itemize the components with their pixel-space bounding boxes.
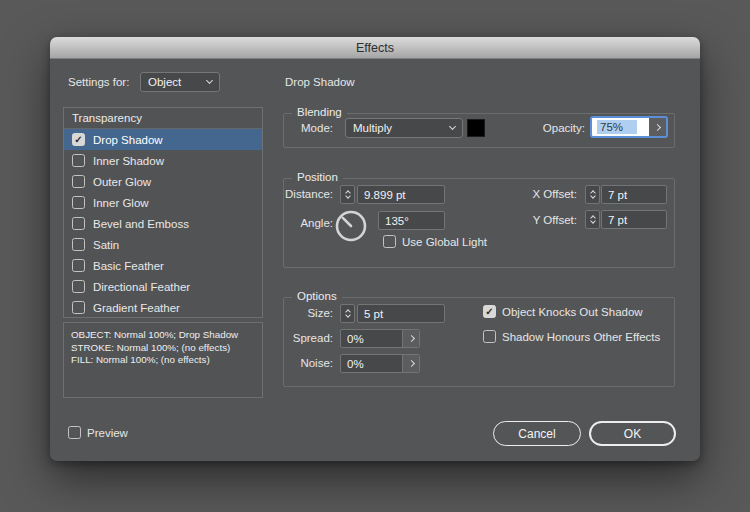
effect-row-bevel-emboss[interactable]: ✓ Bevel and Emboss	[64, 213, 262, 234]
distance-stepper[interactable]	[340, 185, 355, 204]
size-input[interactable]	[357, 304, 445, 323]
inner-glow-checkbox[interactable]: ✓	[72, 196, 85, 209]
knockout-label: Object Knocks Out Shadow	[502, 306, 643, 318]
noise-combo[interactable]: 0%	[340, 354, 420, 373]
stepper-down-icon	[345, 312, 351, 318]
effect-list-panel: Transparency ✓ Drop Shadow ✓ Inner Shado…	[63, 107, 263, 318]
spread-value: 0%	[341, 333, 402, 345]
angle-input[interactable]	[378, 211, 445, 230]
effects-summary-box: OBJECT: Normal 100%; Drop Shadow STROKE:…	[63, 322, 263, 398]
noise-label: Noise:	[263, 357, 333, 369]
chevron-right-icon	[654, 123, 661, 130]
satin-checkbox[interactable]: ✓	[72, 238, 85, 251]
blend-mode-select[interactable]: Multiply	[345, 118, 463, 138]
summary-line-object: OBJECT: Normal 100%; Drop Shadow	[71, 329, 255, 342]
effect-title: Drop Shadow	[285, 76, 355, 88]
effects-dialog: Effects Settings for: Object Drop Shadow…	[50, 37, 700, 461]
stepper-down-icon	[590, 218, 596, 224]
position-legend: Position	[292, 171, 343, 183]
ok-button[interactable]: OK	[589, 421, 676, 446]
chevron-down-icon	[206, 77, 213, 84]
spread-combo[interactable]: 0%	[340, 329, 420, 348]
distance-input[interactable]	[357, 185, 445, 204]
noise-value: 0%	[341, 358, 402, 370]
checkmark-icon: ✓	[485, 307, 493, 317]
noise-dropdown-button[interactable]	[402, 355, 419, 372]
effect-row-label: Inner Glow	[93, 197, 149, 209]
effect-row-basic-feather[interactable]: ✓ Basic Feather	[64, 255, 262, 276]
effect-row-label: Basic Feather	[93, 260, 164, 272]
outer-glow-checkbox[interactable]: ✓	[72, 175, 85, 188]
distance-label: Distance:	[263, 188, 333, 200]
x-offset-input[interactable]	[601, 185, 667, 204]
spread-dropdown-button[interactable]	[402, 330, 419, 347]
effect-row-outer-glow[interactable]: ✓ Outer Glow	[64, 171, 262, 192]
stepper-down-icon	[345, 193, 351, 199]
desktop-background: Effects Settings for: Object Drop Shadow…	[0, 0, 750, 512]
opacity-label: Opacity:	[515, 122, 585, 134]
bevel-emboss-checkbox[interactable]: ✓	[72, 217, 85, 230]
summary-line-stroke: STROKE: Normal 100%; (no effects)	[71, 342, 255, 355]
chevron-right-icon	[407, 335, 414, 342]
checkmark-icon: ✓	[74, 135, 82, 145]
effect-row-gradient-feather[interactable]: ✓ Gradient Feather	[64, 297, 262, 318]
directional-feather-checkbox[interactable]: ✓	[72, 280, 85, 293]
preview-label: Preview	[87, 427, 128, 439]
angle-dial[interactable]	[334, 209, 368, 243]
opacity-dropdown-button[interactable]	[649, 118, 666, 136]
settings-for-label: Settings for:	[68, 76, 129, 88]
settings-for-value: Object	[148, 76, 207, 88]
x-offset-label: X Offset:	[508, 188, 577, 200]
use-global-light-checkbox[interactable]: ✓	[383, 235, 396, 248]
use-global-light-label: Use Global Light	[402, 236, 487, 248]
chevron-down-icon	[449, 123, 456, 130]
spread-label: Spread:	[263, 332, 333, 344]
blend-mode-value: Multiply	[353, 122, 450, 134]
effect-row-satin[interactable]: ✓ Satin	[64, 234, 262, 255]
y-offset-stepper[interactable]	[585, 210, 600, 229]
x-offset-stepper[interactable]	[585, 185, 600, 204]
shadow-color-swatch[interactable]	[467, 119, 485, 137]
opacity-combo[interactable]: 75%	[590, 116, 668, 138]
effect-row-label: Directional Feather	[93, 281, 190, 293]
summary-line-fill: FILL: Normal 100%; (no effects)	[71, 354, 255, 367]
drop-shadow-checkbox[interactable]: ✓	[72, 133, 85, 146]
size-stepper[interactable]	[340, 304, 355, 323]
effect-row-label: Satin	[93, 239, 119, 251]
effect-row-inner-shadow[interactable]: ✓ Inner Shadow	[64, 150, 262, 171]
dialog-title-bar[interactable]: Effects	[50, 37, 700, 59]
y-offset-input[interactable]	[601, 210, 667, 229]
effect-row-directional-feather[interactable]: ✓ Directional Feather	[64, 276, 262, 297]
settings-for-select[interactable]: Object	[140, 72, 220, 92]
gradient-feather-checkbox[interactable]: ✓	[72, 301, 85, 314]
options-legend: Options	[292, 290, 342, 302]
honours-label: Shadow Honours Other Effects	[502, 331, 660, 343]
cancel-button[interactable]: Cancel	[493, 421, 581, 446]
effect-row-label: Bevel and Emboss	[93, 218, 189, 230]
opacity-input[interactable]: 75%	[592, 118, 649, 136]
effect-row-drop-shadow[interactable]: ✓ Drop Shadow	[64, 129, 262, 150]
dialog-title: Effects	[356, 41, 394, 55]
angle-label: Angle:	[263, 217, 333, 229]
knockout-checkbox[interactable]: ✓	[483, 305, 496, 318]
effect-row-inner-glow[interactable]: ✓ Inner Glow	[64, 192, 262, 213]
mode-label: Mode:	[263, 122, 333, 134]
opacity-value: 75%	[597, 120, 637, 134]
preview-checkbox[interactable]: ✓	[68, 426, 81, 439]
stepper-down-icon	[590, 193, 596, 199]
blending-legend: Blending	[292, 106, 347, 118]
effect-row-label: Drop Shadow	[93, 134, 163, 146]
effect-row-label: Gradient Feather	[93, 302, 180, 314]
effect-list-header: Transparency	[64, 108, 262, 129]
chevron-right-icon	[407, 360, 414, 367]
basic-feather-checkbox[interactable]: ✓	[72, 259, 85, 272]
y-offset-label: Y Offset:	[508, 214, 577, 226]
inner-shadow-checkbox[interactable]: ✓	[72, 154, 85, 167]
honours-checkbox[interactable]: ✓	[483, 330, 496, 343]
size-label: Size:	[263, 307, 333, 319]
effect-row-label: Outer Glow	[93, 176, 151, 188]
effect-row-label: Inner Shadow	[93, 155, 164, 167]
